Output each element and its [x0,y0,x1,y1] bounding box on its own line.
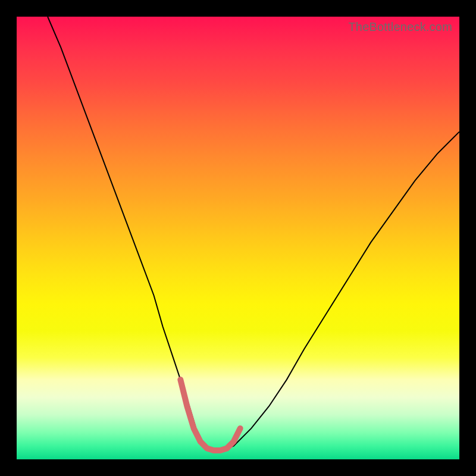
series-highlight-bottom [180,380,240,450]
chart-series-group [48,17,459,450]
chart-svg [17,17,459,459]
series-bottleneck-curve [48,17,459,450]
chart-frame: TheBottleneck.com [0,0,476,476]
chart-plot-area: TheBottleneck.com [17,17,459,459]
